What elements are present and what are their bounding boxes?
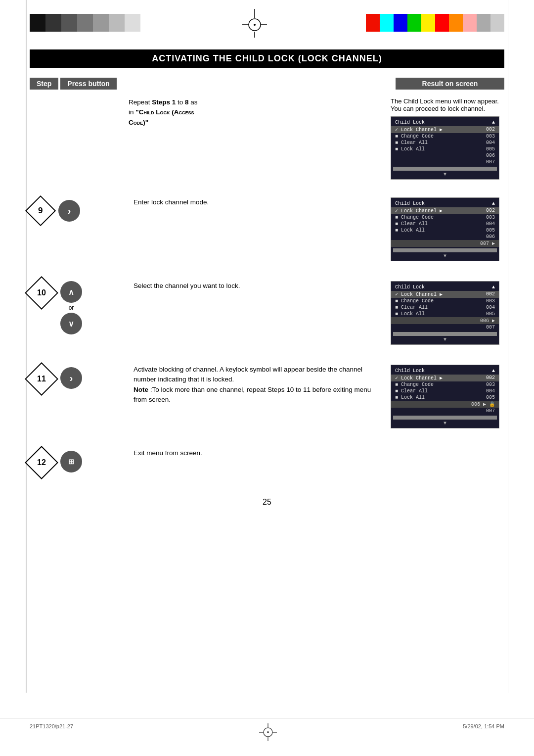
step-col-label: Step — [30, 78, 58, 90]
step-11-controls: 11 › — [30, 365, 129, 391]
page-title: Activating the Child Lock (Lock Channel) — [30, 49, 504, 68]
tv-menu-intro: Child Lock▲ ✓ Lock Channel ▶002 ■ Change… — [391, 116, 499, 180]
step-9-description: Enter lock channel mode. — [129, 197, 391, 207]
step-header: Step Press button Result on screen — [30, 78, 504, 90]
press-col-label: Press button — [60, 78, 117, 90]
step-12-description: Exit menu from screen. — [129, 448, 391, 458]
footer-right: 5/29/02, 1:54 PM — [463, 723, 504, 741]
step-12-number: 12 — [25, 446, 58, 479]
step-row-12: 12 ⊞ Exit menu from screen. — [30, 448, 504, 478]
step-11-result: Child Lock▲ ✓ Lock Channel ▶002 ■ Change… — [391, 365, 504, 428]
step-9-number: 9 — [25, 195, 56, 226]
step-10-description: Select the channel you want to lock. — [129, 281, 391, 291]
step-11-number: 11 — [25, 362, 58, 396]
page-number: 25 — [30, 498, 504, 507]
step-9-controls: 9 › — [30, 197, 129, 222]
footer-crosshair — [259, 723, 277, 741]
intro-side-text: The Child Lock menu will now appear. You… — [391, 97, 504, 180]
intro-row: Repeat Steps 1 to 8 as in "Child Lock (A… — [30, 97, 504, 180]
step-row-9: 9 › Enter lock channel mode. Child Lock▲… — [30, 197, 504, 261]
step-9-button: › — [58, 200, 80, 222]
tv-menu-9: Child Lock▲ ✓ Lock Channel ▶002 ■ Change… — [391, 197, 499, 261]
tv-menu-11: Child Lock▲ ✓ Lock Channel ▶002 ■ Change… — [391, 365, 499, 428]
step-10-down-button: ∨ — [60, 313, 82, 334]
svg-point-5 — [254, 24, 256, 26]
intro-description: Repeat Steps 1 to 8 as in "Child Lock (A… — [129, 97, 391, 180]
footer-left: 21PT1320/p21-27 — [30, 723, 73, 741]
step-10-buttons: ∧ or ∨ — [60, 281, 82, 334]
result-col-label: Result on screen — [396, 78, 504, 90]
step-9-result: Child Lock▲ ✓ Lock Channel ▶002 ■ Change… — [391, 197, 504, 261]
tv-menu-10: Child Lock▲ ✓ Lock Channel ▶002 ■ Change… — [391, 281, 499, 345]
crosshair-bottom-icon — [259, 723, 277, 741]
step-11-description: Activate blocking of channel. A keylock … — [129, 365, 391, 405]
step-12-button: ⊞ — [60, 451, 82, 472]
step-10-controls: 10 ∧ or ∨ — [30, 281, 129, 334]
crosshair-top-icon — [242, 9, 267, 38]
step-11-button: › — [60, 367, 82, 389]
step-row-10: 10 ∧ or ∨ Select the channel you want to… — [30, 281, 504, 345]
step-12-controls: 12 ⊞ — [30, 448, 129, 474]
step-10-result: Child Lock▲ ✓ Lock Channel ▶002 ■ Change… — [391, 281, 504, 345]
svg-point-11 — [267, 731, 269, 733]
footer: 21PT1320/p21-27 5/29/02, 1:54 PM — [0, 718, 534, 746]
step-10-number: 10 — [25, 276, 58, 310]
step-10-up-button: ∧ — [60, 281, 82, 303]
step-row-11: 11 › Activate blocking of channel. A key… — [30, 365, 504, 428]
